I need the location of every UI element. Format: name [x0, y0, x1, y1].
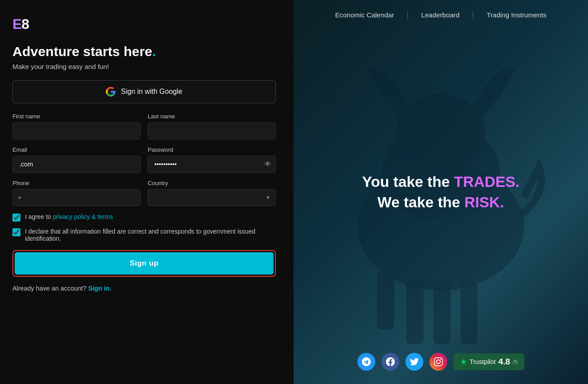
privacy-text: I agree to privacy policy & terms [25, 213, 113, 220]
left-panel: E8 Adventure starts here. Make your trad… [0, 0, 294, 384]
phone-input[interactable] [12, 189, 141, 206]
first-name-input[interactable] [12, 122, 141, 139]
password-label: Password [148, 146, 276, 153]
signin-link[interactable]: Sign in. [88, 285, 111, 292]
nav-trading-instruments[interactable]: Trading Instruments [474, 11, 559, 19]
email-label: Email [12, 146, 141, 153]
country-label: Country [148, 180, 276, 186]
first-name-group: First name [12, 113, 141, 139]
country-select-wrapper: United States United Kingdom Canada [148, 189, 276, 206]
email-input[interactable] [12, 156, 141, 173]
email-group: Email [12, 146, 141, 173]
twitter-icon[interactable] [406, 353, 423, 371]
logo-8: 8 [21, 16, 29, 32]
first-name-label: First name [12, 113, 141, 120]
instagram-icon[interactable] [430, 353, 447, 371]
declaration-checkbox-row: I declare that all information filled ar… [12, 228, 276, 242]
signup-btn-wrapper: Sign up [12, 250, 276, 277]
already-account-text: Already have an account? Sign in. [12, 285, 276, 292]
declaration-checkbox[interactable] [12, 228, 20, 236]
facebook-icon[interactable] [382, 353, 399, 371]
country-group: Country United States United Kingdom Can… [148, 180, 276, 206]
name-row: First name Last name [12, 113, 276, 139]
phone-wrapper: + [12, 189, 141, 206]
svg-rect-5 [460, 280, 478, 344]
phone-country-row: Phone + Country United States United Kin… [12, 180, 276, 206]
trustpilot-max: /5 [513, 359, 518, 365]
logo: E8 [12, 16, 276, 32]
password-wrapper: 👁 [148, 156, 276, 173]
privacy-checkbox[interactable] [12, 214, 20, 222]
logo-e: E [12, 16, 21, 32]
right-panel: Economic Calendar | Leaderboard | Tradin… [294, 0, 588, 384]
headline-text: Adventure starts here [12, 44, 152, 59]
tagline-line2: We take the RISK. [362, 194, 520, 211]
password-toggle-icon[interactable]: 👁 [264, 160, 271, 168]
trustpilot-score: 4.8 [498, 357, 510, 367]
svg-point-2 [397, 94, 485, 173]
country-select[interactable]: United States United Kingdom Canada [148, 189, 276, 206]
nav-leaderboard[interactable]: Leaderboard [409, 11, 472, 19]
right-nav: Economic Calendar | Leaderboard | Tradin… [294, 0, 588, 29]
tagline-line1: You take the TRADES. [362, 174, 520, 190]
svg-rect-4 [433, 280, 451, 344]
email-password-row: Email Password 👁 [12, 146, 276, 173]
declaration-text: I declare that all information filled ar… [25, 228, 276, 242]
google-icon [106, 87, 116, 97]
headline: Adventure starts here. [12, 43, 276, 59]
subtitle: Make your trading easy and fun! [12, 63, 276, 70]
tagline: You take the TRADES. We take the RISK. [362, 174, 520, 211]
password-group: Password 👁 [148, 146, 276, 173]
bottom-bar: ★ Trustpilot 4.8/5 [358, 353, 524, 371]
nav-economic-calendar[interactable]: Economic Calendar [322, 11, 407, 19]
phone-label: Phone [12, 180, 141, 186]
phone-group: Phone + [12, 180, 141, 206]
phone-prefix-icon: + [18, 194, 21, 201]
trustpilot-label: Trustpilot [470, 358, 496, 365]
svg-rect-3 [407, 280, 424, 344]
privacy-checkbox-row: I agree to privacy policy & terms [12, 213, 276, 222]
password-input[interactable] [148, 156, 276, 173]
telegram-icon[interactable] [358, 353, 375, 371]
svg-rect-6 [377, 271, 395, 329]
last-name-input[interactable] [148, 122, 276, 139]
google-signin-button[interactable]: Sign in with Google [12, 80, 276, 103]
trustpilot-star-icon: ★ [460, 357, 467, 367]
trustpilot-badge: ★ Trustpilot 4.8/5 [454, 353, 524, 370]
last-name-label: Last name [148, 113, 276, 120]
signup-button[interactable]: Sign up [15, 252, 274, 275]
google-btn-label: Sign in with Google [121, 88, 182, 96]
last-name-group: Last name [148, 113, 276, 139]
privacy-link[interactable]: privacy policy & terms [53, 213, 113, 220]
headline-dot: . [152, 44, 156, 59]
